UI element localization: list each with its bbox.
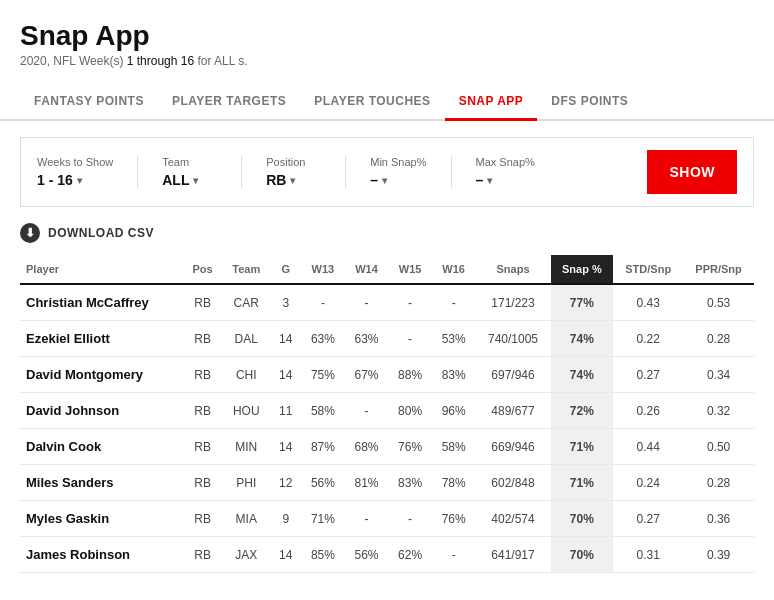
col-header-w13: W13 (301, 255, 345, 284)
cell-pos: RB (183, 284, 222, 321)
tab-dfs-points[interactable]: DFS Points (537, 84, 642, 121)
page-header: Snap App 2020, NFL Week(s) 1 through 16 … (0, 0, 774, 74)
cell-player: Ezekiel Elliott (20, 321, 183, 357)
cell-std_snp: 0.22 (613, 321, 683, 357)
table-row: David JohnsonRBHOU1158%-80%96%489/67772%… (20, 393, 754, 429)
snap-data-table: PlayerPosTeamGW13W14W15W16SnapsSnap %STD… (20, 255, 754, 573)
cell-pos: RB (183, 429, 222, 465)
cell-w14: 56% (345, 537, 389, 573)
cell-std_snp: 0.27 (613, 501, 683, 537)
show-button[interactable]: SHOW (647, 150, 737, 194)
cell-team: CAR (222, 284, 270, 321)
cell-w16: - (432, 537, 476, 573)
cell-g: 14 (270, 429, 301, 465)
col-header-snap_pct: Snap % (551, 255, 614, 284)
cell-w14: - (345, 284, 389, 321)
cell-pos: RB (183, 537, 222, 573)
max-snap-filter-value[interactable]: – ▾ (476, 172, 535, 188)
tab-fantasy-points[interactable]: Fantasy Points (20, 84, 158, 121)
tab-snap-app[interactable]: Snap App (445, 84, 538, 121)
cell-w13: 56% (301, 465, 345, 501)
cell-team: CHI (222, 357, 270, 393)
tab-player-targets[interactable]: Player Targets (158, 84, 300, 121)
cell-w13: 58% (301, 393, 345, 429)
cell-player: Dalvin Cook (20, 429, 183, 465)
cell-w15: 88% (388, 357, 432, 393)
weeks-caret-icon: ▾ (77, 175, 82, 186)
col-header-snaps: Snaps (475, 255, 550, 284)
cell-w15: 83% (388, 465, 432, 501)
cell-pos: RB (183, 357, 222, 393)
tab-player-touches[interactable]: Player Touches (300, 84, 444, 121)
header-row: PlayerPosTeamGW13W14W15W16SnapsSnap %STD… (20, 255, 754, 284)
min-snap-filter-value[interactable]: – ▾ (370, 172, 426, 188)
position-filter-value[interactable]: RB ▾ (266, 172, 321, 188)
cell-snaps: 669/946 (475, 429, 550, 465)
team-filter[interactable]: Team ALL ▾ (162, 156, 242, 188)
cell-w14: 67% (345, 357, 389, 393)
cell-ppr_snp: 0.53 (683, 284, 754, 321)
cell-w14: 81% (345, 465, 389, 501)
table-row: Miles SandersRBPHI1256%81%83%78%602/8487… (20, 465, 754, 501)
cell-std_snp: 0.27 (613, 357, 683, 393)
navigation-tabs: Fantasy PointsPlayer TargetsPlayer Touch… (0, 84, 774, 121)
weeks-filter-label: Weeks to Show (37, 156, 113, 168)
cell-w16: 58% (432, 429, 476, 465)
position-caret-icon: ▾ (290, 175, 295, 186)
cell-team: MIA (222, 501, 270, 537)
cell-w13: - (301, 284, 345, 321)
weeks-filter-value[interactable]: 1 - 16 ▾ (37, 172, 113, 188)
cell-w15: 80% (388, 393, 432, 429)
cell-pos: RB (183, 321, 222, 357)
cell-w14: 68% (345, 429, 389, 465)
col-header-ppr_snp: PPR/Snp (683, 255, 754, 284)
cell-ppr_snp: 0.28 (683, 465, 754, 501)
subtitle-range: 1 through 16 (127, 54, 194, 68)
cell-snap_pct: 70% (551, 537, 614, 573)
cell-std_snp: 0.24 (613, 465, 683, 501)
col-header-w15: W15 (388, 255, 432, 284)
table-row: Ezekiel ElliottRBDAL1463%63%-53%740/1005… (20, 321, 754, 357)
table-row: David MontgomeryRBCHI1475%67%88%83%697/9… (20, 357, 754, 393)
cell-snaps: 740/1005 (475, 321, 550, 357)
position-filter[interactable]: Position RB ▾ (266, 156, 346, 188)
cell-g: 14 (270, 357, 301, 393)
cell-snap_pct: 71% (551, 429, 614, 465)
download-label: DOWNLOAD CSV (48, 226, 154, 240)
cell-team: JAX (222, 537, 270, 573)
download-csv-button[interactable]: ⬇ DOWNLOAD CSV (0, 223, 774, 255)
col-header-w14: W14 (345, 255, 389, 284)
max-snap-filter[interactable]: Max Snap% – ▾ (476, 156, 559, 188)
min-snap-filter-label: Min Snap% (370, 156, 426, 168)
min-snap-filter[interactable]: Min Snap% – ▾ (370, 156, 451, 188)
data-table-container: PlayerPosTeamGW13W14W15W16SnapsSnap %STD… (0, 255, 774, 573)
cell-pos: RB (183, 465, 222, 501)
cell-snaps: 171/223 (475, 284, 550, 321)
max-snap-filter-label: Max Snap% (476, 156, 535, 168)
cell-snap_pct: 72% (551, 393, 614, 429)
cell-std_snp: 0.31 (613, 537, 683, 573)
col-header-w16: W16 (432, 255, 476, 284)
cell-team: DAL (222, 321, 270, 357)
filter-bar: Weeks to Show 1 - 16 ▾ Team ALL ▾ Positi… (20, 137, 754, 207)
cell-ppr_snp: 0.32 (683, 393, 754, 429)
table-row: Myles GaskinRBMIA971%--76%402/57470%0.27… (20, 501, 754, 537)
table-body: Christian McCaffreyRBCAR3----171/22377%0… (20, 284, 754, 573)
cell-w16: 53% (432, 321, 476, 357)
cell-w16: - (432, 284, 476, 321)
cell-w16: 96% (432, 393, 476, 429)
subtitle-pre: 2020, NFL Week(s) (20, 54, 127, 68)
cell-std_snp: 0.44 (613, 429, 683, 465)
cell-snap_pct: 70% (551, 501, 614, 537)
table-header: PlayerPosTeamGW13W14W15W16SnapsSnap %STD… (20, 255, 754, 284)
team-filter-value[interactable]: ALL ▾ (162, 172, 217, 188)
cell-w13: 85% (301, 537, 345, 573)
subtitle-post: for ALL s. (194, 54, 248, 68)
cell-snaps: 697/946 (475, 357, 550, 393)
page-subtitle: 2020, NFL Week(s) 1 through 16 for ALL s… (20, 54, 754, 68)
team-caret-icon: ▾ (193, 175, 198, 186)
cell-pos: RB (183, 501, 222, 537)
team-filter-label: Team (162, 156, 217, 168)
weeks-filter[interactable]: Weeks to Show 1 - 16 ▾ (37, 156, 138, 188)
cell-w15: 76% (388, 429, 432, 465)
